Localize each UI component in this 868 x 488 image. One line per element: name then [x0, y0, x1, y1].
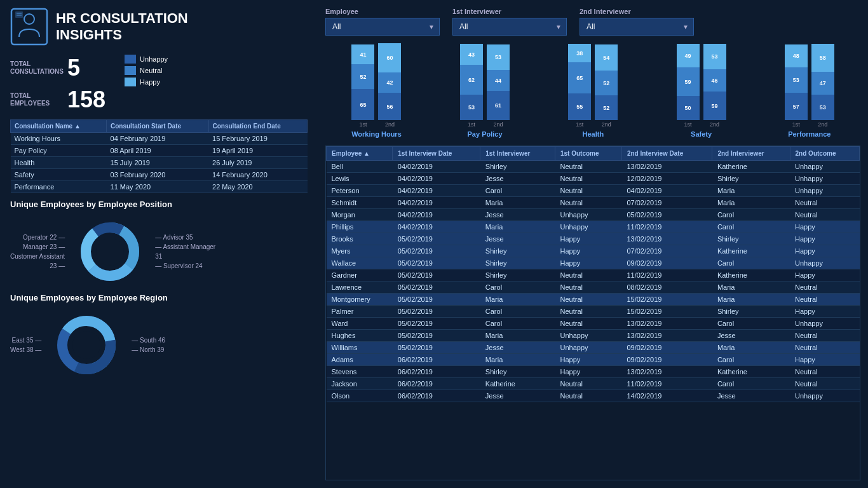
data-table-row[interactable]: Jackson06/02/2019KatherineNeutral11/02/2… — [327, 378, 860, 390]
bar-stack: 534758 — [811, 44, 834, 120]
total-employees-label: TOTAL EMPLOYEES — [10, 92, 61, 107]
consult-row: Safety03 February 202014 February 2020 — [11, 169, 308, 181]
bar-col: 5642602nd — [378, 43, 401, 128]
bar-stack: 556538 — [568, 44, 591, 120]
data-table-row[interactable]: Adams06/02/2019MariaHappy09/02/2019Carol… — [327, 354, 860, 366]
data-cell: Carol — [480, 318, 555, 330]
interviewer2-select[interactable]: All — [580, 18, 694, 36]
data-cell: Neutral — [555, 318, 622, 330]
data-cell: Carol — [712, 209, 790, 221]
bar-col-label: 2nd — [385, 121, 395, 128]
data-table-row[interactable]: Olson06/02/2019JesseNeutral14/02/2019Jes… — [327, 390, 860, 402]
data-table-row[interactable]: Williams05/02/2019JesseUnhappy09/02/2019… — [327, 342, 860, 354]
col-end: Consultation End Date — [208, 120, 307, 133]
data-cell: 06/02/2019 — [393, 390, 480, 402]
bar-col: 5362431st — [460, 44, 483, 128]
left-panel: HR CONSULTATION INSIGHTS TOTAL CONSULTAT… — [0, 0, 318, 488]
bar-segment: 42 — [378, 72, 401, 93]
data-cell: 05/02/2019 — [393, 257, 480, 269]
data-cell: Katherine — [712, 366, 790, 378]
data-cell: Maria — [480, 354, 555, 366]
data-table-header-6[interactable]: 2nd Outcome — [790, 147, 859, 161]
bars-pair: 5753481st5347582nd — [785, 44, 834, 128]
consult-cell: 03 February 2020 — [107, 169, 209, 181]
employee-select-wrapper[interactable]: All — [325, 18, 440, 36]
data-cell: 09/02/2019 — [621, 342, 712, 354]
bars-pair: 5059491st5946532nd — [677, 44, 726, 128]
legend-neutral: Neutral — [125, 66, 168, 75]
data-table-row[interactable]: Ward05/02/2019CarolNeutral13/02/2019Caro… — [327, 318, 860, 330]
data-cell: Maria — [712, 185, 790, 197]
data-cell: 13/02/2019 — [621, 366, 712, 378]
bar-segment: 53 — [460, 95, 483, 120]
interviewer1-select-wrapper[interactable]: All — [452, 18, 567, 36]
bars-pair: 6552411st5642602nd — [351, 43, 401, 128]
data-table-header-0[interactable]: Employee ▲ — [327, 147, 393, 161]
data-table-row[interactable]: Phillips04/02/2019MariaUnhappy11/02/2019… — [327, 221, 860, 233]
data-cell: Katherine — [712, 245, 790, 257]
data-cell: 08/02/2019 — [621, 281, 712, 294]
data-cell: Maria — [712, 197, 790, 209]
bar-segment: 48 — [785, 44, 808, 67]
data-table-header-4[interactable]: 2nd Interview Date — [621, 147, 712, 161]
legend: Unhappy Neutral Happy — [125, 55, 168, 86]
data-table-header-2[interactable]: 1st Interviewer — [480, 147, 555, 161]
data-cell: Bell — [327, 161, 393, 173]
data-cell: Maria — [712, 294, 790, 306]
bar-col: 6144532nd — [487, 44, 510, 128]
data-table: Employee ▲1st Interview Date1st Intervie… — [326, 146, 860, 402]
data-table-row[interactable]: Schmidt04/02/2019MariaNeutral07/02/2019M… — [327, 197, 860, 209]
svg-point-11 — [96, 238, 124, 266]
bar-chart-health: 5565381st5252542ndHealth — [568, 44, 618, 138]
data-cell: Palmer — [327, 306, 393, 318]
data-table-row[interactable]: Bell04/02/2019ShirleyNeutral13/02/2019Ka… — [327, 161, 860, 173]
data-cell: Carol — [712, 354, 790, 366]
interviewer2-select-wrapper[interactable]: All — [580, 18, 694, 36]
data-table-header-1[interactable]: 1st Interview Date — [393, 147, 480, 161]
data-table-row[interactable]: Lewis04/02/2019JesseNeutral12/02/2019Shi… — [327, 173, 860, 185]
data-table-row[interactable]: Palmer05/02/2019CarolNeutral15/02/2019Sh… — [327, 306, 860, 318]
data-cell: 05/02/2019 — [393, 318, 480, 330]
data-cell: Unhappy — [555, 209, 622, 221]
region-chart-section: Unique Employees by Employee Region East… — [10, 293, 308, 380]
interviewer1-select[interactable]: All — [452, 18, 567, 36]
bar-segment: 53 — [487, 44, 510, 70]
data-table-row[interactable]: Wallace05/02/2019ShirleyHappy09/02/2019C… — [327, 257, 860, 269]
data-cell: 04/02/2019 — [393, 221, 480, 233]
data-cell: Jackson — [327, 378, 393, 390]
data-cell: Maria — [480, 294, 555, 306]
data-table-wrapper[interactable]: Employee ▲1st Interview Date1st Intervie… — [325, 146, 860, 480]
data-table-row[interactable]: Lawrence05/02/2019CarolNeutral08/02/2019… — [327, 281, 860, 294]
data-table-row[interactable]: Myers05/02/2019ShirleyHappy07/02/2019Kat… — [327, 245, 860, 257]
data-cell: 05/02/2019 — [393, 330, 480, 342]
data-cell: Shirley — [480, 269, 555, 281]
data-table-header-3[interactable]: 1st Outcome — [555, 147, 622, 161]
data-table-row[interactable]: Stevens06/02/2019ShirleyHappy13/02/2019K… — [327, 366, 860, 378]
bar-segment: 53 — [785, 67, 808, 93]
data-cell: Happy — [790, 233, 859, 245]
employee-select[interactable]: All — [325, 18, 440, 36]
data-cell: Neutral — [790, 330, 859, 342]
data-cell: 05/02/2019 — [393, 269, 480, 281]
data-cell: Happy — [790, 245, 859, 257]
data-cell: 05/02/2019 — [393, 245, 480, 257]
data-table-row[interactable]: Morgan04/02/2019JesseUnhappy05/02/2019Ca… — [327, 209, 860, 221]
data-table-row[interactable]: Gardner05/02/2019ShirleyNeutral11/02/201… — [327, 269, 860, 281]
bar-chart-title: Safety — [691, 130, 712, 138]
data-cell: Shirley — [480, 366, 555, 378]
data-table-row[interactable]: Hughes05/02/2019MariaUnhappy13/02/2019Je… — [327, 330, 860, 342]
bar-col: 6552411st — [351, 44, 374, 128]
data-cell: Happy — [555, 245, 622, 257]
data-table-row[interactable]: Peterson04/02/2019CarolNeutral04/02/2019… — [327, 185, 860, 197]
data-cell: Katherine — [712, 269, 790, 281]
data-cell: 15/02/2019 — [621, 294, 712, 306]
data-cell: Neutral — [555, 173, 622, 185]
header: HR CONSULTATION INSIGHTS — [10, 8, 308, 46]
consult-row: Health15 July 201926 July 2019 — [11, 157, 308, 169]
consult-cell: 22 May 2020 — [208, 181, 307, 193]
data-table-row[interactable]: Brooks05/02/2019JesseHappy13/02/2019Shir… — [327, 233, 860, 245]
data-cell: Unhappy — [555, 330, 622, 342]
data-table-header-5[interactable]: 2nd Interviewer — [712, 147, 790, 161]
data-cell: Shirley — [480, 161, 555, 173]
data-table-row[interactable]: Montgomery05/02/2019MariaNeutral15/02/20… — [327, 294, 860, 306]
